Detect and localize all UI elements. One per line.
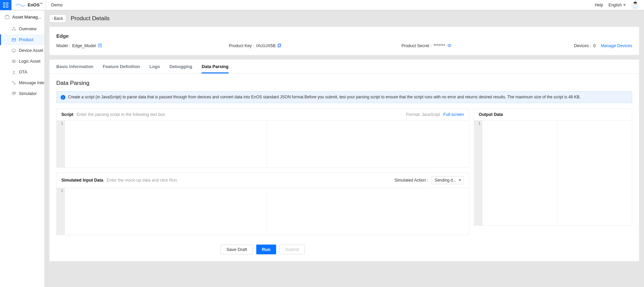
svg-rect-0 bbox=[3, 3, 5, 4]
secret-value: ******* bbox=[434, 43, 445, 48]
asset-icon bbox=[5, 15, 9, 20]
sidebar-item-label: Device Asset bbox=[19, 48, 43, 53]
tab-basic-information[interactable]: Basic Information bbox=[56, 60, 93, 73]
svg-rect-2 bbox=[3, 6, 5, 7]
product-devices: Devices : 0 Manage Devices bbox=[574, 43, 632, 48]
tab-data-parsing[interactable]: Data Parsing bbox=[202, 60, 228, 73]
info-icon: i bbox=[61, 95, 65, 100]
sidebar-group-title[interactable]: Asset Manag... bbox=[0, 10, 44, 24]
output-viewer: 1 bbox=[474, 120, 632, 225]
input-label: Simulated Input Data bbox=[61, 178, 103, 183]
script-textarea[interactable] bbox=[65, 121, 469, 167]
tab-feature-definition[interactable]: Feature Definition bbox=[103, 60, 140, 73]
app-switcher-button[interactable] bbox=[0, 0, 11, 10]
info-text: Create a script (in JavaScript) to parse… bbox=[68, 95, 581, 99]
page-header: ‹ Back Product Details bbox=[49, 10, 639, 27]
language-label: English bbox=[609, 3, 622, 7]
svg-rect-3 bbox=[6, 6, 8, 7]
breadcrumb: Demo bbox=[46, 2, 63, 7]
fullscreen-link[interactable]: Full screen bbox=[443, 112, 464, 117]
tabs-row: Basic Information Feature Definition Log… bbox=[50, 60, 639, 74]
save-draft-button[interactable]: Save Draft bbox=[221, 245, 253, 254]
chevron-down-icon bbox=[459, 180, 461, 181]
sidebar-group-label: Asset Manag... bbox=[12, 14, 41, 20]
svg-rect-1 bbox=[6, 3, 8, 4]
input-gutter: 1 bbox=[57, 188, 65, 235]
svg-rect-13 bbox=[12, 60, 15, 63]
sidebar-item-ota[interactable]: OTA bbox=[0, 67, 44, 77]
run-button[interactable]: Run bbox=[256, 245, 276, 254]
svg-point-23 bbox=[449, 45, 450, 46]
simulated-action-label: Simulated Action : bbox=[394, 178, 428, 183]
output-text bbox=[482, 121, 632, 225]
chevron-left-icon: ‹ bbox=[52, 16, 53, 21]
topbar: EnOS™ Demo Help English bbox=[0, 0, 644, 10]
simulated-input-panel: Simulated Input Data Enter the mock-up d… bbox=[56, 172, 469, 235]
integration-icon bbox=[11, 81, 16, 85]
output-panel: Output Data 1 bbox=[474, 108, 632, 226]
model-value: Edge_Model bbox=[72, 43, 96, 48]
language-selector[interactable]: English bbox=[609, 3, 626, 7]
script-format: Format: JavaScipt bbox=[406, 112, 440, 117]
brand-name: EnOS™ bbox=[28, 2, 42, 7]
script-gutter: 1 bbox=[57, 121, 65, 167]
chevron-down-icon bbox=[623, 4, 626, 6]
grid-icon bbox=[3, 2, 8, 8]
svg-rect-22 bbox=[278, 44, 280, 47]
input-textarea[interactable] bbox=[65, 188, 469, 235]
tab-body: Data Parsing i Create a script (in JavaS… bbox=[50, 74, 639, 261]
sidebar-item-label: Product bbox=[19, 37, 33, 42]
product-secret: Product Secret : ******* bbox=[401, 43, 567, 48]
back-button[interactable]: ‹ Back bbox=[49, 14, 66, 23]
output-label: Output Data bbox=[479, 112, 503, 117]
sidebar-item-logic-asset[interactable]: Logic Asset bbox=[0, 56, 44, 67]
script-panel: Script Enter the parsing script in the f… bbox=[56, 108, 469, 168]
device-icon bbox=[11, 48, 16, 53]
sidebar-item-label: Message Integration bbox=[19, 81, 45, 85]
svg-rect-9 bbox=[12, 38, 16, 41]
product-icon bbox=[11, 37, 16, 42]
back-label: Back bbox=[54, 16, 63, 21]
devices-label: Devices : bbox=[574, 43, 591, 48]
input-editor[interactable]: 1 bbox=[57, 188, 469, 235]
tab-debugging[interactable]: Debugging bbox=[169, 60, 192, 73]
key-value: IXcGJX5B bbox=[256, 43, 276, 48]
sidebar-item-device-asset[interactable]: Device Asset bbox=[0, 45, 44, 56]
action-buttons: Save Draft Run Submit bbox=[56, 240, 469, 254]
ota-icon bbox=[11, 70, 16, 74]
submit-button[interactable]: Submit bbox=[280, 245, 304, 254]
sidebar: Asset Manag... Overview Product Device A… bbox=[0, 10, 45, 287]
simulated-action-select[interactable]: Sending d... bbox=[432, 176, 464, 184]
sidebar-item-label: Simulator bbox=[19, 91, 37, 96]
brand-logo-icon bbox=[16, 3, 26, 7]
brand[interactable]: EnOS™ bbox=[11, 0, 46, 10]
model-label: Model : bbox=[56, 43, 70, 48]
product-model: Model : Edge_Model bbox=[56, 43, 222, 48]
avatar[interactable] bbox=[631, 1, 639, 9]
script-editor[interactable]: 1 bbox=[57, 120, 469, 167]
tabs-card: Basic Information Feature Definition Log… bbox=[49, 59, 639, 261]
reveal-secret-icon[interactable] bbox=[447, 43, 452, 48]
main-content: ‹ Back Product Details Edge Model : Edge… bbox=[45, 10, 644, 287]
manage-devices-link[interactable]: Manage Devices bbox=[601, 43, 632, 48]
tab-logs[interactable]: Logs bbox=[149, 60, 160, 73]
output-gutter: 1 bbox=[474, 121, 482, 225]
sidebar-item-label: OTA bbox=[19, 70, 27, 74]
goto-model-icon[interactable] bbox=[98, 43, 103, 48]
svg-point-6 bbox=[13, 27, 14, 28]
svg-rect-21 bbox=[279, 44, 281, 46]
help-link[interactable]: Help bbox=[595, 3, 603, 7]
sidebar-item-simulator[interactable]: Simulator bbox=[0, 88, 44, 99]
sidebar-item-message-integration[interactable]: Message Integration bbox=[0, 77, 44, 88]
sidebar-item-label: Logic Asset bbox=[19, 59, 40, 64]
copy-key-icon[interactable] bbox=[277, 43, 282, 48]
product-summary-card: Edge Model : Edge_Model Product Key : IX… bbox=[49, 27, 639, 55]
sidebar-item-product[interactable]: Product bbox=[0, 34, 44, 45]
info-banner: i Create a script (in JavaScript) to par… bbox=[56, 91, 632, 103]
product-name: Edge bbox=[56, 33, 632, 39]
simulator-icon bbox=[11, 91, 16, 96]
svg-rect-14 bbox=[13, 61, 14, 62]
secret-label: Product Secret : bbox=[401, 43, 432, 48]
key-label: Product Key : bbox=[229, 43, 254, 48]
sidebar-item-overview[interactable]: Overview bbox=[0, 24, 44, 34]
